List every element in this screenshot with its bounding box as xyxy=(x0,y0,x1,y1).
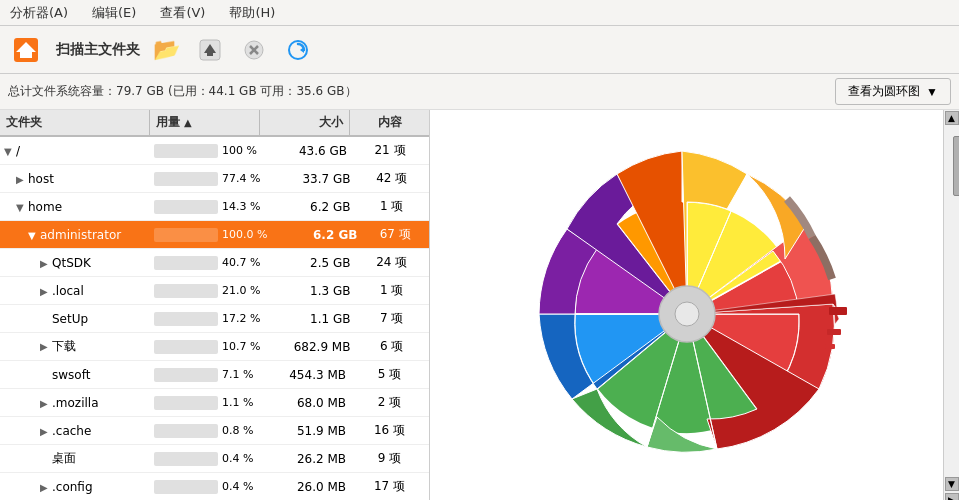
usage-percent: 14.3 % xyxy=(222,200,260,213)
tree-row[interactable]: SetUp17.2 %1.1 GB7 项 xyxy=(0,305,429,333)
tree-row-usage: 77.4 % xyxy=(150,170,264,188)
header-size: 大小 xyxy=(260,110,350,135)
refresh-button[interactable] xyxy=(280,32,316,68)
tree-row-items: 5 项 xyxy=(350,364,429,385)
tree-row[interactable]: ▼home14.3 %6.2 GB1 项 xyxy=(0,193,429,221)
usage-bar xyxy=(154,172,218,186)
tree-row-usage: 0.4 % xyxy=(150,450,260,468)
usage-percent: 77.4 % xyxy=(222,172,260,185)
folder-name: 下载 xyxy=(52,339,76,353)
usage-bar xyxy=(154,256,218,270)
menu-analyzer[interactable]: 分析器(A) xyxy=(6,2,72,24)
menubar: 分析器(A) 编辑(E) 查看(V) 帮助(H) xyxy=(0,0,959,26)
scrollbar[interactable]: ▲ ▼ ▶ xyxy=(943,110,959,500)
tree-row-size: 2.5 GB xyxy=(264,254,354,272)
tree-row[interactable]: ▼administrator100.0 %6.2 GB67 项 xyxy=(0,221,429,249)
usage-percent: 17.2 % xyxy=(222,312,260,325)
tree-row-items: 1 项 xyxy=(354,280,429,301)
expand-arrow-icon[interactable]: ▶ xyxy=(40,426,52,437)
folder-name: SetUp xyxy=(52,312,88,326)
tree-row-usage: 7.1 % xyxy=(150,366,260,384)
tree-row[interactable]: ▶.cache0.8 %51.9 MB16 项 xyxy=(0,417,429,445)
scroll-thumb[interactable] xyxy=(953,136,960,196)
tree-row-size: 454.3 MB xyxy=(260,366,350,384)
folder-name: / xyxy=(16,144,20,158)
folder-name: .local xyxy=(52,284,84,298)
tree-row[interactable]: ▶.config0.4 %26.0 MB17 项 xyxy=(0,473,429,500)
refresh-icon xyxy=(287,39,309,61)
stop-button[interactable] xyxy=(236,32,272,68)
expand-arrow-icon[interactable]: ▶ xyxy=(40,286,52,297)
folder-button[interactable]: 📂 xyxy=(148,32,184,68)
expand-arrow-icon[interactable]: ▼ xyxy=(16,202,28,213)
tree-row-name: ▼/ xyxy=(0,142,150,160)
tree-row[interactable]: ▶host77.4 %33.7 GB42 项 xyxy=(0,165,429,193)
header-usage[interactable]: 用量 ▲ xyxy=(150,110,260,135)
tree-row-name: SetUp xyxy=(0,310,150,328)
folder-name: host xyxy=(28,172,54,186)
home-button[interactable] xyxy=(8,32,44,68)
disk-info: 总计文件系统容量：79.7 GB (已用：44.1 GB 可用：35.6 GB） xyxy=(8,83,357,100)
tree-row[interactable]: ▶.local21.0 %1.3 GB1 项 xyxy=(0,277,429,305)
svg-rect-12 xyxy=(825,344,835,349)
tree-body: ▼/100 %43.6 GB21 项▶host77.4 %33.7 GB42 项… xyxy=(0,137,429,500)
usage-percent: 21.0 % xyxy=(222,284,260,297)
tree-row-items: 6 项 xyxy=(354,336,429,357)
menu-edit[interactable]: 编辑(E) xyxy=(88,2,140,24)
tree-row-size: 68.0 MB xyxy=(260,394,350,412)
tree-row-size: 682.9 MB xyxy=(264,338,354,356)
tree-row-items: 9 项 xyxy=(350,448,429,469)
tree-row[interactable]: ▼/100 %43.6 GB21 项 xyxy=(0,137,429,165)
tree-row[interactable]: ▶下载10.7 %682.9 MB6 项 xyxy=(0,333,429,361)
usage-percent: 0.4 % xyxy=(222,452,253,465)
expand-arrow-icon[interactable]: ▼ xyxy=(28,230,40,241)
tree-row-usage: 40.7 % xyxy=(150,254,264,272)
header-name: 文件夹 xyxy=(0,110,150,135)
scroll-down-button[interactable]: ▼ xyxy=(945,477,959,491)
svg-point-14 xyxy=(675,302,699,326)
usage-bar xyxy=(154,424,218,438)
view-donut-button[interactable]: 查看为圆环图 ▼ xyxy=(835,78,951,105)
tree-row-usage: 21.0 % xyxy=(150,282,264,300)
up-button[interactable] xyxy=(192,32,228,68)
expand-arrow-icon[interactable]: ▶ xyxy=(16,174,28,185)
tree-row[interactable]: ▶.mozilla1.1 %68.0 MB2 项 xyxy=(0,389,429,417)
scroll-up-button[interactable]: ▲ xyxy=(945,111,959,125)
tree-row-usage: 100.0 % xyxy=(150,226,271,244)
sort-arrow-icon: ▲ xyxy=(184,117,192,128)
expand-arrow-icon[interactable]: ▶ xyxy=(40,341,52,352)
expand-arrow-icon[interactable]: ▶ xyxy=(40,482,52,493)
sunburst-panel xyxy=(430,110,943,500)
usage-bar xyxy=(154,396,218,410)
header-items: 内容 xyxy=(350,110,429,135)
tree-header: 文件夹 用量 ▲ 大小 内容 xyxy=(0,110,429,137)
tree-row-name: ▶.cache xyxy=(0,422,150,440)
tree-row-usage: 100 % xyxy=(150,142,261,160)
tree-row-items: 1 项 xyxy=(354,196,429,217)
expand-arrow-icon[interactable]: ▼ xyxy=(4,146,16,157)
tree-row-name: ▼administrator xyxy=(0,226,150,244)
tree-row-items: 24 项 xyxy=(354,252,429,273)
folder-name: swsoft xyxy=(52,368,90,382)
tree-row-name: swsoft xyxy=(0,366,150,384)
sunburst-chart xyxy=(517,129,857,489)
expand-arrow-icon[interactable]: ▶ xyxy=(40,258,52,269)
tree-row-usage: 0.8 % xyxy=(150,422,260,440)
tree-row[interactable]: ▶QtSDK40.7 %2.5 GB24 项 xyxy=(0,249,429,277)
scroll-right-button[interactable]: ▶ xyxy=(945,493,959,500)
tree-row[interactable]: swsoft7.1 %454.3 MB5 项 xyxy=(0,361,429,389)
tree-row[interactable]: 桌面0.4 %26.2 MB9 项 xyxy=(0,445,429,473)
menu-help[interactable]: 帮助(H) xyxy=(225,2,279,24)
usage-bar xyxy=(154,452,218,466)
tree-row-size: 51.9 MB xyxy=(260,422,350,440)
tree-row-usage: 17.2 % xyxy=(150,310,264,328)
tree-row-size: 6.2 GB xyxy=(271,226,361,244)
expand-arrow-icon[interactable]: ▶ xyxy=(40,398,52,409)
view-btn-label: 查看为圆环图 xyxy=(848,83,920,100)
stop-icon xyxy=(243,39,265,61)
usage-bar xyxy=(154,228,218,242)
menu-view[interactable]: 查看(V) xyxy=(156,2,209,24)
folder-name: .config xyxy=(52,480,93,494)
tree-row-name: ▼home xyxy=(0,198,150,216)
tree-row-name: ▶host xyxy=(0,170,150,188)
